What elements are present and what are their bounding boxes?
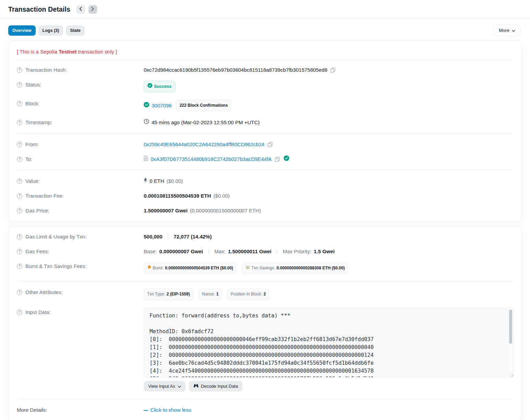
position-label: Position In Block:: [231, 291, 262, 298]
help-icon[interactable]: ?: [17, 234, 22, 240]
help-icon[interactable]: ?: [17, 101, 22, 106]
resize-handle[interactable]: [509, 373, 513, 377]
position-value: 2: [263, 291, 266, 298]
ethereum-icon: [144, 177, 147, 185]
binoculars-icon: [193, 384, 199, 389]
clock-icon: [144, 119, 149, 126]
view-input-as-button[interactable]: View Input As: [144, 381, 186, 392]
help-icon[interactable]: ?: [17, 178, 22, 184]
page-header: Transaction Details: [0, 0, 530, 19]
row-label: Value:: [25, 177, 39, 185]
txn-savings-value: 0.000000000000288308 ETH ($0.00): [276, 265, 345, 272]
decode-input-data-label: Decode Input Data: [201, 384, 238, 389]
show-less-text: Click to show less: [150, 407, 191, 413]
txn-type-value: 2 (EIP-1559): [166, 291, 190, 298]
separator: [209, 249, 209, 254]
input-data-line: [0]: 00000000000000000000000046eff99cab3…: [150, 336, 504, 343]
row-gas-limit: ?Gas Limit & Usage by Txn: 500,000 72,07…: [17, 229, 513, 244]
transaction-details-page: Transaction Details Overview Logs (3) St…: [0, 0, 530, 420]
row-label: Other Attributes:: [25, 289, 62, 296]
help-icon[interactable]: ?: [17, 67, 22, 73]
view-input-as-label: View Input As: [148, 384, 175, 389]
row-label: Gas Price:: [25, 207, 49, 214]
block-confirmations-badge: 222 Block Confirmations: [176, 100, 231, 111]
tab-bar: Overview Logs (3) State More: [0, 25, 530, 36]
row-burnt-savings: ?Burnt & Txn Savings Fees: Burnt: 0.0000…: [17, 259, 513, 278]
gas-price-gwei: 1.500000007 Gwei: [144, 207, 188, 214]
tab-overview[interactable]: Overview: [8, 25, 36, 36]
notice-pre: [ This is a Sepolia: [17, 49, 59, 55]
help-icon[interactable]: ?: [17, 290, 22, 295]
value-usd: ($0.00): [167, 177, 183, 185]
input-data-line: [1]: 00000000000000000000000000000000000…: [150, 343, 504, 351]
gas-price-eth: (0.000000001500000007 ETH): [190, 207, 261, 214]
burnt-badge: Burnt: 0.000000000000504539 ETH ($0.00): [144, 262, 237, 274]
row-transaction-hash: ?Transaction Hash: 0xc72d984ccac6190b5f1…: [17, 62, 513, 77]
row-other-attributes: ?Other Attributes: Txn Type: 2 (EIP-1559…: [17, 285, 513, 304]
timestamp-value: 45 mins ago (Mar-02-2023 12:55:00 PM +UT…: [152, 119, 260, 126]
help-icon[interactable]: ?: [17, 264, 22, 269]
block-number-link[interactable]: 3007096: [152, 102, 172, 109]
row-to: ?To: 0xA3f07D6773514480b918C2742b027b3ac…: [17, 152, 513, 166]
chevron-left-icon: [79, 7, 82, 12]
help-icon[interactable]: ?: [17, 82, 22, 88]
position-in-block-badge: Position In Block: 2: [227, 289, 269, 300]
help-icon[interactable]: ?: [17, 310, 22, 315]
gas-used-value: 72,077 (14.42%): [174, 233, 212, 240]
divider: [17, 170, 513, 170]
money-wings-icon: [245, 265, 250, 272]
verified-check-icon: [284, 155, 289, 163]
check-circle-icon: [148, 83, 152, 90]
next-transaction-button[interactable]: [89, 5, 97, 14]
row-input-data: ?Input Data: Function: forward(address t…: [17, 304, 513, 395]
row-timestamp: ?Timestamp: 45 mins ago (Mar-02-2023 12:…: [17, 115, 513, 130]
input-data-line: [3]: 6ae0bc76cad4d5c94802dddc370041e175f…: [150, 359, 504, 367]
txn-savings-label: Txn Savings:: [251, 265, 275, 272]
row-label: More Details:: [17, 406, 47, 413]
separator: [277, 249, 277, 254]
divider: [17, 133, 513, 133]
copy-icon[interactable]: [268, 142, 273, 147]
copy-icon[interactable]: [275, 156, 280, 162]
help-icon[interactable]: ?: [17, 193, 22, 199]
show-less-link[interactable]: Click to show less: [144, 406, 191, 413]
flame-icon: [147, 265, 151, 272]
scrollbar-thumb[interactable]: [509, 310, 512, 344]
prev-transaction-button[interactable]: [76, 5, 85, 14]
help-icon[interactable]: ?: [17, 208, 22, 213]
nonce-value: 1: [216, 291, 219, 298]
txn-type-badge: Txn Type: 2 (EIP-1559): [144, 289, 193, 300]
txn-type-label: Txn Type:: [147, 291, 165, 298]
help-icon[interactable]: ?: [17, 120, 22, 125]
help-icon[interactable]: ?: [17, 249, 22, 254]
row-label: Transaction Hash:: [25, 66, 67, 73]
check-circle-icon: [144, 102, 149, 109]
base-fee-value: 0.000000007 Gwei: [159, 248, 203, 255]
row-transaction-fee: ?Transaction Fee: 0.000108115500504539 E…: [17, 188, 513, 203]
help-icon[interactable]: ?: [17, 142, 22, 147]
more-dropdown-button[interactable]: More: [494, 25, 520, 36]
tab-state[interactable]: State: [66, 25, 85, 36]
help-icon[interactable]: ?: [17, 156, 22, 162]
input-data-line: [150, 320, 504, 328]
row-value: ?Value: 0 ETH ($0.00): [17, 174, 513, 188]
row-gas-price: ?Gas Price: 1.500000007 Gwei (0.00000000…: [17, 203, 513, 218]
input-data-buttons: View Input As Decode Input Data: [144, 381, 243, 392]
more-label: More: [499, 28, 509, 33]
copy-icon[interactable]: [330, 67, 335, 73]
chevron-right-icon: [91, 7, 94, 12]
tab-logs[interactable]: Logs (3): [38, 25, 63, 36]
testnet-notice: [ This is a Sepolia Testnet transaction …: [17, 44, 513, 60]
decode-input-data-button[interactable]: Decode Input Data: [189, 381, 243, 392]
row-label: Block:: [25, 100, 39, 107]
divider: [17, 399, 513, 399]
max-priority-value: 1.5 Gwei: [314, 248, 335, 255]
nonce-label: Nonce:: [202, 291, 215, 298]
chevron-down-icon: [512, 28, 515, 33]
row-label: Status:: [25, 81, 42, 88]
notice-bold: Testnet: [59, 49, 76, 55]
max-fee-label: Max:: [214, 248, 226, 255]
from-address-link[interactable]: 0x259c49E65644a020C2A642260a4ffB0CD862cb…: [144, 141, 264, 148]
to-address-link[interactable]: 0xA3f07D6773514480b918C2742b027b3acD9E44…: [151, 155, 272, 163]
input-data-textarea[interactable]: Function: forward(address to,bytes data)…: [144, 307, 514, 377]
